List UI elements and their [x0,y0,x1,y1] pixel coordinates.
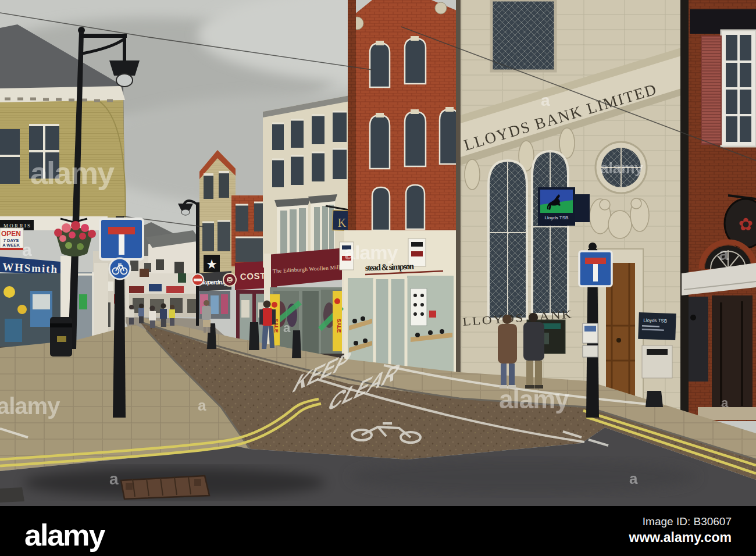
distant-shop-sign [149,284,162,291]
posted-notice [583,345,598,357]
watermark-letter: a [109,470,119,488]
watermark-letter: a [719,244,729,263]
watermark-letter: a [541,91,550,109]
star-glyph: ★ [206,257,217,272]
lloyds-bank-building: LLOYDS BANK LIMITED Lloyds TSB LLOYDS [456,0,685,413]
watermark-text: alamy [0,393,60,419]
watermark-letter: a [198,397,206,414]
red-shutter [701,36,721,144]
window [202,222,214,251]
door-poster [79,294,87,309]
whsmith-sign: WHSmith [2,261,58,275]
gabled-building: ★ Superdrug [197,150,236,319]
shop-door [302,291,319,355]
alamy-footer-bar: alamy Image ID: B30607 www.alamy.com [0,506,756,556]
window [219,172,229,198]
watermark-text: alamy [499,385,569,414]
corner-bollard [646,391,663,407]
downpipe [680,0,689,421]
svg-text:A WEEK: A WEEK [2,243,20,248]
emblem-glyph: ✿ [738,215,753,234]
stock-photo-street-scene: ★ Superdrug COSTA [0,0,756,556]
shoe-poster [411,288,427,326]
no-through-road-sign [579,251,612,286]
edinburgh-woollen-mill-shop: The Edinburgh Woollen Mill SALE SALE [264,247,350,362]
dark-door [712,295,753,409]
k-monogram: K [338,216,347,229]
arched-bank-window [532,151,568,314]
plaque-label: Lloyds TSB [643,318,667,323]
lloyds-tsb-plaque: Lloyds TSB [638,312,676,340]
hanging-pub-sign [178,273,186,283]
watermark-text: alamy [30,155,115,190]
right-building: ✿ [680,0,756,421]
hanging-pub-sign [140,269,149,277]
watermark-letter: a [721,395,729,410]
shop-window [689,297,708,382]
no-through-road-sign [100,219,143,259]
sale-poster: SALE [333,291,342,351]
window [217,221,230,251]
cycle-route-sign [109,258,130,279]
distant-shop-sign [129,286,144,293]
victorian-building: stead & simpson [340,0,461,383]
open-7-days-sign: OPEN 7 DAYS A WEEK [0,228,23,250]
downpipe [456,0,461,393]
arched-bank-window [488,161,527,319]
wall-lamp [690,315,696,320]
svg-text:OPEN: OPEN [1,230,21,238]
watermark-text: alamy [344,241,398,263]
alamy-logo: alamy [24,518,106,552]
window [236,205,248,231]
georgian-building: K The Edinburgh Woollen Mill SALE SALE [263,94,358,362]
stone-finial [435,2,447,14]
manhole-cover [121,476,209,499]
watermark-letter: a [22,240,32,259]
svg-text:SALE: SALE [336,319,342,333]
watermark-text: alamy [600,159,643,177]
watermark-letter: a [629,470,638,487]
lloyds-tsb-sign-label: Lloyds TSB [545,215,569,220]
utility-cover [0,487,24,502]
shuttered-window [701,30,756,147]
alamy-url: www.alamy.com [629,530,732,545]
window [204,174,213,199]
watermark-letter: a [283,320,291,335]
distant-shop-sign [166,286,184,293]
scene-canvas: ★ Superdrug COSTA [0,0,756,556]
image-id-label: Image ID: B30607 [643,515,732,528]
